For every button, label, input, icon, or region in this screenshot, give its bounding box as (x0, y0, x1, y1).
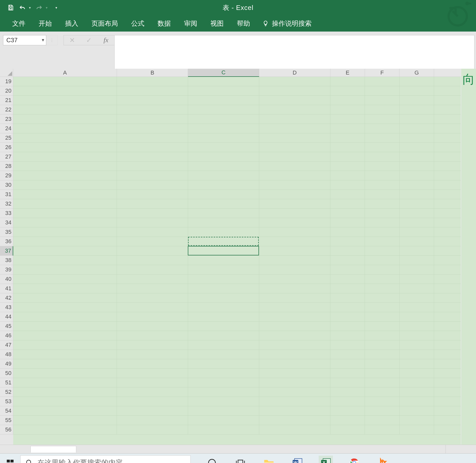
cell[interactable] (188, 425, 259, 435)
row-header[interactable]: 48 (0, 350, 13, 359)
tab-help[interactable]: 帮助 (230, 15, 257, 32)
cortana-icon[interactable] (205, 456, 219, 463)
cell[interactable] (365, 237, 400, 246)
cell[interactable] (330, 246, 365, 256)
row-header[interactable]: 33 (0, 209, 13, 218)
cell[interactable] (400, 359, 434, 369)
cell[interactable] (365, 114, 400, 124)
row-header[interactable]: 44 (0, 312, 13, 322)
cell[interactable] (365, 369, 400, 378)
cell[interactable] (188, 105, 259, 114)
cell[interactable] (259, 162, 330, 171)
cell[interactable] (188, 133, 259, 143)
cell[interactable] (330, 359, 365, 369)
cell[interactable] (188, 397, 259, 406)
cell[interactable] (117, 387, 188, 397)
task-view-icon[interactable] (233, 456, 248, 463)
cell[interactable] (13, 322, 117, 331)
cell[interactable] (365, 227, 400, 237)
cell[interactable] (365, 425, 400, 435)
cell[interactable] (259, 124, 330, 133)
cell[interactable] (365, 190, 400, 199)
cell[interactable] (13, 143, 117, 152)
cell[interactable] (365, 209, 400, 218)
cell[interactable] (259, 378, 330, 387)
cell[interactable] (365, 274, 400, 284)
cell[interactable] (434, 190, 464, 199)
cell[interactable] (13, 162, 117, 171)
cell[interactable] (330, 265, 365, 274)
cell[interactable] (330, 322, 365, 331)
column-header[interactable]: C (188, 69, 259, 77)
redo-dropdown-icon[interactable]: ▾ (46, 6, 49, 10)
cell[interactable] (188, 190, 259, 199)
column-header[interactable]: G (400, 69, 434, 77)
cell[interactable] (400, 143, 434, 152)
cell[interactable] (117, 397, 188, 406)
cell[interactable] (188, 180, 259, 190)
cell[interactable] (13, 246, 117, 256)
cell[interactable] (365, 133, 400, 143)
row-header[interactable]: 26 (0, 143, 13, 152)
cell[interactable] (365, 105, 400, 114)
cell[interactable] (117, 218, 188, 227)
cell[interactable] (330, 274, 365, 284)
cell[interactable] (365, 143, 400, 152)
cell[interactable] (259, 86, 330, 96)
cell[interactable] (365, 312, 400, 322)
cell[interactable] (365, 162, 400, 171)
cell[interactable] (259, 246, 330, 256)
cell[interactable] (365, 171, 400, 180)
name-box-menu[interactable]: ⋮ (46, 35, 57, 45)
cell[interactable] (117, 293, 188, 303)
cell[interactable] (365, 340, 400, 350)
cell[interactable] (365, 359, 400, 369)
cell[interactable] (259, 303, 330, 312)
excel-icon[interactable]: X (319, 456, 333, 463)
cell[interactable] (259, 143, 330, 152)
cell[interactable] (117, 152, 188, 162)
cell[interactable] (434, 105, 464, 114)
cell[interactable] (188, 293, 259, 303)
cell[interactable] (13, 425, 117, 435)
cell[interactable] (188, 86, 259, 96)
row-header[interactable]: 52 (0, 387, 13, 397)
start-button[interactable] (0, 454, 20, 463)
cell[interactable] (434, 265, 464, 274)
column-header[interactable]: D (259, 69, 330, 77)
cell[interactable] (117, 340, 188, 350)
cell[interactable] (434, 274, 464, 284)
cell[interactable] (188, 359, 259, 369)
enter-icon[interactable]: ✓ (83, 36, 95, 44)
cell[interactable] (13, 209, 117, 218)
cell[interactable] (365, 152, 400, 162)
cell[interactable] (330, 312, 365, 322)
row-header[interactable]: 47 (0, 340, 13, 350)
cell[interactable] (117, 171, 188, 180)
row-header[interactable]: 56 (0, 425, 13, 435)
cell[interactable] (434, 331, 464, 340)
cell[interactable] (365, 322, 400, 331)
cell[interactable] (188, 237, 259, 246)
cell[interactable] (400, 350, 434, 359)
cell[interactable] (259, 209, 330, 218)
cell[interactable] (188, 312, 259, 322)
cell[interactable] (259, 397, 330, 406)
cell[interactable] (259, 312, 330, 322)
cell[interactable] (188, 218, 259, 227)
cell[interactable] (117, 265, 188, 274)
cell[interactable] (400, 369, 434, 378)
undo-dropdown-icon[interactable]: ▾ (29, 6, 33, 10)
cell[interactable] (400, 124, 434, 133)
cell[interactable] (13, 218, 117, 227)
cell[interactable] (13, 77, 117, 86)
cell[interactable] (117, 425, 188, 435)
row-header[interactable]: 22 (0, 105, 13, 114)
cell[interactable] (188, 143, 259, 152)
cell[interactable] (434, 387, 464, 397)
cell[interactable] (259, 171, 330, 180)
row-header[interactable]: 50 (0, 369, 13, 378)
cell[interactable] (434, 369, 464, 378)
cell[interactable] (434, 218, 464, 227)
row-header[interactable]: 36 (0, 237, 13, 246)
